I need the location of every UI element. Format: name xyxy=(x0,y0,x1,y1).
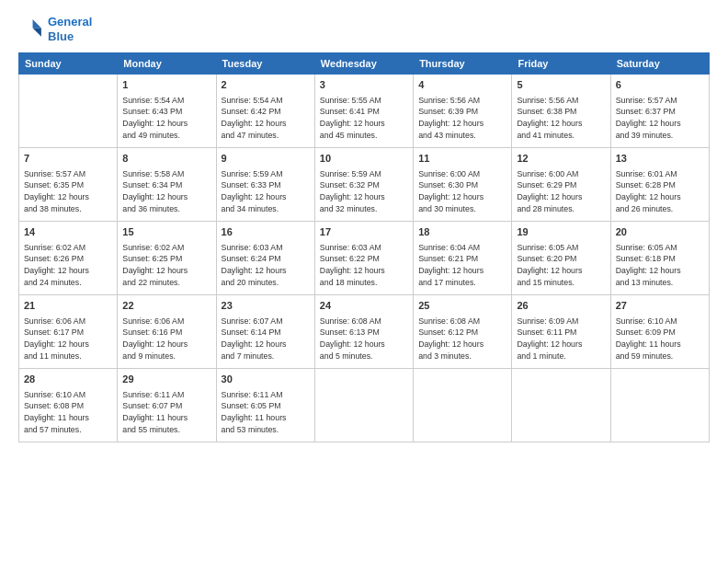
calendar-cell: 10Sunrise: 5:59 AM Sunset: 6:32 PM Dayli… xyxy=(314,148,413,222)
day-info: Sunrise: 6:05 AM Sunset: 6:18 PM Dayligh… xyxy=(616,242,704,289)
calendar-cell xyxy=(19,75,118,148)
day-number: 30 xyxy=(222,373,310,386)
day-info: Sunrise: 5:57 AM Sunset: 6:35 PM Dayligh… xyxy=(24,168,112,215)
day-info: Sunrise: 5:59 AM Sunset: 6:33 PM Dayligh… xyxy=(222,168,310,215)
calendar-cell: 16Sunrise: 6:03 AM Sunset: 6:24 PM Dayli… xyxy=(216,222,314,295)
weekday-header-sunday: Sunday xyxy=(19,53,118,75)
day-info: Sunrise: 6:06 AM Sunset: 6:16 PM Dayligh… xyxy=(122,316,210,362)
calendar-week-3: 14Sunrise: 6:02 AM Sunset: 6:26 PM Dayli… xyxy=(19,222,710,295)
day-number: 8 xyxy=(122,152,210,166)
day-info: Sunrise: 6:11 AM Sunset: 6:05 PM Dayligh… xyxy=(222,389,310,436)
calendar-cell: 17Sunrise: 6:03 AM Sunset: 6:22 PM Dayli… xyxy=(314,222,413,295)
calendar-table: SundayMondayTuesdayWednesdayThursdayFrid… xyxy=(18,52,710,442)
day-number: 19 xyxy=(517,225,605,239)
calendar-cell: 13Sunrise: 6:01 AM Sunset: 6:28 PM Dayli… xyxy=(610,148,709,222)
day-info: Sunrise: 6:02 AM Sunset: 6:26 PM Dayligh… xyxy=(24,242,112,289)
day-number: 29 xyxy=(122,373,210,386)
calendar-cell: 28Sunrise: 6:10 AM Sunset: 6:08 PM Dayli… xyxy=(19,369,118,442)
calendar-cell xyxy=(414,369,512,442)
day-info: Sunrise: 5:59 AM Sunset: 6:32 PM Dayligh… xyxy=(320,168,408,215)
day-number: 22 xyxy=(122,299,210,313)
day-info: Sunrise: 6:07 AM Sunset: 6:14 PM Dayligh… xyxy=(222,316,310,362)
day-info: Sunrise: 5:54 AM Sunset: 6:43 PM Dayligh… xyxy=(122,95,210,142)
day-number: 24 xyxy=(320,299,408,313)
day-info: Sunrise: 6:06 AM Sunset: 6:17 PM Dayligh… xyxy=(24,316,112,362)
calendar-cell: 27Sunrise: 6:10 AM Sunset: 6:09 PM Dayli… xyxy=(610,295,709,369)
day-info: Sunrise: 6:10 AM Sunset: 6:09 PM Dayligh… xyxy=(616,316,704,362)
calendar-cell: 21Sunrise: 6:06 AM Sunset: 6:17 PM Dayli… xyxy=(19,295,118,369)
weekday-header-monday: Monday xyxy=(118,53,216,75)
calendar-cell: 4Sunrise: 5:56 AM Sunset: 6:39 PM Daylig… xyxy=(414,75,512,148)
day-number: 21 xyxy=(24,299,112,313)
day-info: Sunrise: 6:08 AM Sunset: 6:13 PM Dayligh… xyxy=(320,316,408,362)
calendar-cell: 12Sunrise: 6:00 AM Sunset: 6:29 PM Dayli… xyxy=(512,148,610,222)
day-number: 20 xyxy=(616,225,704,239)
svg-marker-1 xyxy=(33,28,41,36)
day-number: 28 xyxy=(24,373,112,386)
day-number: 2 xyxy=(222,78,310,92)
day-number: 16 xyxy=(222,225,310,239)
day-info: Sunrise: 5:56 AM Sunset: 6:39 PM Dayligh… xyxy=(418,95,506,142)
calendar-cell: 19Sunrise: 6:05 AM Sunset: 6:20 PM Dayli… xyxy=(512,222,610,295)
day-number: 3 xyxy=(320,78,408,92)
calendar-cell: 11Sunrise: 6:00 AM Sunset: 6:30 PM Dayli… xyxy=(414,148,512,222)
day-info: Sunrise: 6:01 AM Sunset: 6:28 PM Dayligh… xyxy=(616,168,704,215)
calendar-cell xyxy=(610,369,709,442)
weekday-header-saturday: Saturday xyxy=(610,53,709,75)
calendar-cell: 6Sunrise: 5:57 AM Sunset: 6:37 PM Daylig… xyxy=(610,75,709,148)
calendar-week-1: 1Sunrise: 5:54 AM Sunset: 6:43 PM Daylig… xyxy=(19,75,710,148)
day-number: 11 xyxy=(418,152,506,166)
day-number: 7 xyxy=(24,152,112,166)
calendar-cell xyxy=(512,369,610,442)
day-info: Sunrise: 6:03 AM Sunset: 6:24 PM Dayligh… xyxy=(222,242,310,289)
day-number: 23 xyxy=(222,299,310,313)
day-info: Sunrise: 6:03 AM Sunset: 6:22 PM Dayligh… xyxy=(320,242,408,289)
calendar-cell: 26Sunrise: 6:09 AM Sunset: 6:11 PM Dayli… xyxy=(512,295,610,369)
calendar-cell: 29Sunrise: 6:11 AM Sunset: 6:07 PM Dayli… xyxy=(118,369,216,442)
weekday-header-friday: Friday xyxy=(512,53,610,75)
calendar-week-2: 7Sunrise: 5:57 AM Sunset: 6:35 PM Daylig… xyxy=(19,148,710,222)
day-info: Sunrise: 5:56 AM Sunset: 6:38 PM Dayligh… xyxy=(517,95,605,142)
calendar-header-row: SundayMondayTuesdayWednesdayThursdayFrid… xyxy=(19,53,710,75)
calendar-cell: 1Sunrise: 5:54 AM Sunset: 6:43 PM Daylig… xyxy=(118,75,216,148)
calendar-cell xyxy=(314,369,413,442)
weekday-header-wednesday: Wednesday xyxy=(314,53,413,75)
day-number: 14 xyxy=(24,225,112,239)
calendar-cell: 3Sunrise: 5:55 AM Sunset: 6:41 PM Daylig… xyxy=(314,75,413,148)
day-number: 17 xyxy=(320,225,408,239)
calendar-cell: 20Sunrise: 6:05 AM Sunset: 6:18 PM Dayli… xyxy=(610,222,709,295)
day-info: Sunrise: 6:10 AM Sunset: 6:08 PM Dayligh… xyxy=(24,389,112,436)
calendar-cell: 24Sunrise: 6:08 AM Sunset: 6:13 PM Dayli… xyxy=(314,295,413,369)
day-info: Sunrise: 6:08 AM Sunset: 6:12 PM Dayligh… xyxy=(418,316,506,362)
calendar-cell: 30Sunrise: 6:11 AM Sunset: 6:05 PM Dayli… xyxy=(216,369,314,442)
calendar-week-4: 21Sunrise: 6:06 AM Sunset: 6:17 PM Dayli… xyxy=(19,295,710,369)
calendar-cell: 9Sunrise: 5:59 AM Sunset: 6:33 PM Daylig… xyxy=(216,148,314,222)
day-info: Sunrise: 6:00 AM Sunset: 6:29 PM Dayligh… xyxy=(517,168,605,215)
day-number: 9 xyxy=(222,152,310,166)
day-info: Sunrise: 5:57 AM Sunset: 6:37 PM Dayligh… xyxy=(616,95,704,142)
calendar-week-5: 28Sunrise: 6:10 AM Sunset: 6:08 PM Dayli… xyxy=(19,369,710,442)
day-number: 12 xyxy=(517,152,605,166)
day-info: Sunrise: 6:09 AM Sunset: 6:11 PM Dayligh… xyxy=(517,316,605,362)
page-header: General Blue xyxy=(18,15,710,43)
day-number: 4 xyxy=(418,78,506,92)
day-info: Sunrise: 5:54 AM Sunset: 6:42 PM Dayligh… xyxy=(222,95,310,142)
calendar-cell: 23Sunrise: 6:07 AM Sunset: 6:14 PM Dayli… xyxy=(216,295,314,369)
calendar-cell: 7Sunrise: 5:57 AM Sunset: 6:35 PM Daylig… xyxy=(19,148,118,222)
logo-text: General Blue xyxy=(48,15,92,43)
day-number: 26 xyxy=(517,299,605,313)
day-info: Sunrise: 6:11 AM Sunset: 6:07 PM Dayligh… xyxy=(122,389,210,436)
day-number: 5 xyxy=(517,78,605,92)
logo: General Blue xyxy=(18,15,92,43)
svg-marker-0 xyxy=(33,19,41,28)
day-number: 27 xyxy=(616,299,704,313)
day-number: 15 xyxy=(122,225,210,239)
calendar-cell: 22Sunrise: 6:06 AM Sunset: 6:16 PM Dayli… xyxy=(118,295,216,369)
day-number: 25 xyxy=(418,299,506,313)
day-info: Sunrise: 6:02 AM Sunset: 6:25 PM Dayligh… xyxy=(122,242,210,289)
day-info: Sunrise: 6:00 AM Sunset: 6:30 PM Dayligh… xyxy=(418,168,506,215)
calendar-cell: 8Sunrise: 5:58 AM Sunset: 6:34 PM Daylig… xyxy=(118,148,216,222)
day-info: Sunrise: 6:05 AM Sunset: 6:20 PM Dayligh… xyxy=(517,242,605,289)
day-info: Sunrise: 5:55 AM Sunset: 6:41 PM Dayligh… xyxy=(320,95,408,142)
calendar-cell: 5Sunrise: 5:56 AM Sunset: 6:38 PM Daylig… xyxy=(512,75,610,148)
